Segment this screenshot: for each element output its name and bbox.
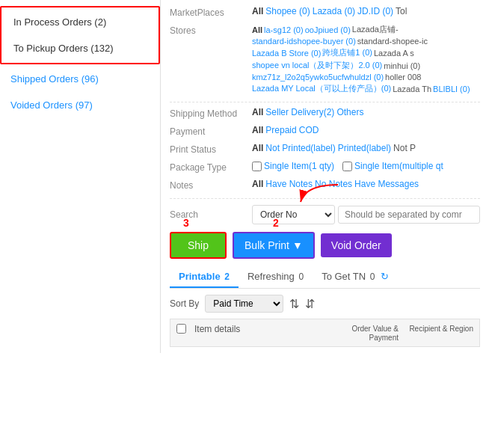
- select-all-checkbox[interactable]: [176, 324, 186, 334]
- sort-select[interactable]: Paid Time Order Date Ship By Date: [205, 295, 283, 313]
- store-lazada-b[interactable]: Lazada B Store (0): [252, 49, 321, 58]
- pkg-single-check[interactable]: [252, 162, 262, 171]
- search-label: Search: [170, 209, 252, 220]
- store-kmz[interactable]: kmz71z_l2o2q5ywko5ucfwhuldzl (0): [252, 73, 384, 82]
- filter-package-type: Package Type Single Item(1 qty) Single I…: [170, 161, 480, 176]
- mp-jdid[interactable]: JD.ID (0): [357, 6, 393, 16]
- ship-all[interactable]: All: [252, 107, 263, 117]
- filter-label-print: Print Status: [170, 143, 252, 155]
- sidebar: In Process Orders (2) To Pickup Orders (…: [0, 0, 161, 353]
- filter-values-print: All Not Printed(label) Printed(label) No…: [252, 143, 480, 153]
- filter-label-marketplaces: MarketPlaces: [170, 6, 252, 18]
- filter-label-notes: Notes: [170, 179, 252, 191]
- pay-cod[interactable]: COD: [299, 125, 319, 135]
- tab-bar: Printable 2 Refreshing 0 To Get TN 0 ↻: [170, 266, 480, 289]
- pay-prepaid[interactable]: Prepaid: [265, 125, 296, 135]
- sidebar-item-in-process[interactable]: In Process Orders (2): [3, 9, 157, 35]
- store-lazada-th[interactable]: Lazada Th: [393, 85, 431, 93]
- pkg-single-label: Single Item(1 qty): [264, 161, 334, 171]
- filter-stores: Stores All la-sg12 (0) ooJpiued (0) Laza…: [170, 24, 480, 97]
- filter-values-marketplaces: All Shopee (0) Lazada (0) JD.ID (0) Tol: [252, 6, 480, 16]
- filter-shipping: Shipping Method All Seller Delivery(2) O…: [170, 107, 480, 122]
- print-not-printed[interactable]: Not Printed(label): [265, 143, 335, 153]
- sort-asc-icon[interactable]: ⇅: [289, 297, 299, 311]
- ship-button[interactable]: Ship: [170, 232, 227, 259]
- store-lazada-a[interactable]: Lazada A s: [374, 49, 414, 58]
- sort-desc-icon[interactable]: ⇵: [305, 297, 315, 311]
- store-lazada-cn[interactable]: Lazada店铺-: [352, 24, 399, 35]
- store-oojpiued[interactable]: ooJpiued (0): [305, 25, 351, 34]
- pay-all[interactable]: All: [252, 125, 263, 135]
- mp-shopee[interactable]: Shopee (0): [265, 6, 310, 16]
- filter-label-stores: Stores: [170, 24, 252, 36]
- filter-values-package: Single Item(1 qty) Single Item(multiple …: [252, 161, 480, 171]
- store-lasg12[interactable]: la-sg12 (0): [264, 25, 304, 34]
- mp-all[interactable]: All: [252, 6, 263, 16]
- store-blibli[interactable]: BLIBLI (0): [433, 85, 470, 93]
- button-row: 3 2 Ship Bulk Print ▼ Void Order: [170, 232, 480, 259]
- tab-refreshing[interactable]: Refreshing 0: [239, 266, 313, 288]
- filter-label-shipping: Shipping Method: [170, 107, 252, 119]
- print-printed[interactable]: Printed(label): [338, 143, 391, 153]
- annotation-2: 2: [273, 217, 279, 229]
- sort-label: Sort By: [170, 298, 199, 309]
- store-standard-shopee[interactable]: standard-shopee-ic: [357, 37, 428, 46]
- void-order-button[interactable]: Void Order: [321, 233, 392, 257]
- tab-to-get-tn[interactable]: To Get TN 0 ↻: [313, 266, 398, 288]
- main-content: MarketPlaces All Shopee (0) Lazada (0) J…: [161, 0, 489, 353]
- th-recipient: Recipient & Region: [399, 324, 473, 342]
- filter-marketplaces: MarketPlaces All Shopee (0) Lazada (0) J…: [170, 6, 480, 21]
- ship-others[interactable]: Others: [336, 107, 363, 117]
- annotation-3: 3: [183, 217, 189, 229]
- sidebar-item-to-pickup[interactable]: To Pickup Orders (132): [3, 35, 157, 61]
- table-header: Item details Order Value & Payment Recip…: [170, 319, 480, 347]
- mp-tol[interactable]: Tol: [396, 6, 407, 16]
- bulk-print-button[interactable]: Bulk Print ▼: [233, 232, 315, 259]
- search-input[interactable]: [338, 206, 480, 224]
- sidebar-item-voided[interactable]: Voided Orders (97): [0, 92, 160, 118]
- filter-print-status: Print Status All Not Printed(label) Prin…: [170, 143, 480, 158]
- ship-seller[interactable]: Seller Delivery(2): [265, 107, 334, 117]
- filter-values-payment: All Prepaid COD: [252, 125, 480, 135]
- search-row: Search Order No SKU P: [170, 205, 480, 224]
- store-shopee-vn[interactable]: shopee vn local（及时下架）2.0 (0): [252, 60, 382, 71]
- store-lazada-my[interactable]: Lazada MY Local（可以上传产品）(0): [252, 83, 391, 94]
- filter-label-package: Package Type: [170, 161, 252, 173]
- th-order-value: Order Value & Payment: [324, 324, 399, 342]
- sort-row: Sort By Paid Time Order Date Ship By Dat…: [170, 295, 480, 313]
- filter-payment: Payment All Prepaid COD: [170, 125, 480, 140]
- sidebar-item-shipped[interactable]: Shipped Orders (96): [0, 66, 160, 92]
- refresh-icon[interactable]: ↻: [381, 271, 389, 282]
- mp-lazada[interactable]: Lazada (0): [313, 6, 355, 16]
- th-item-details: Item details: [194, 324, 324, 342]
- dropdown-arrow-icon: ▼: [292, 239, 303, 251]
- store-all[interactable]: All: [252, 25, 262, 34]
- store-cross[interactable]: 跨境店铺1 (0): [322, 47, 372, 58]
- arrow-annotation: [297, 181, 342, 207]
- store-holler[interactable]: holler 008: [385, 73, 421, 82]
- pkg-multi-label: Single Item(multiple qt: [354, 161, 443, 171]
- filter-values-shipping: All Seller Delivery(2) Others: [252, 107, 480, 117]
- store-standard-id[interactable]: standard-idshopee-buyer (0): [252, 37, 356, 46]
- notes-messages[interactable]: Have Messages: [354, 179, 419, 189]
- tab-printable[interactable]: Printable 2: [170, 266, 239, 288]
- store-minhui[interactable]: minhui (0): [384, 61, 420, 70]
- filter-values-stores: All la-sg12 (0) ooJpiued (0) Lazada店铺- s…: [252, 24, 480, 94]
- print-all[interactable]: All: [252, 143, 263, 153]
- print-not-p[interactable]: Not P: [393, 143, 416, 153]
- filter-values-notes: All Have Notes No Notes Have Messages: [252, 179, 480, 189]
- notes-all[interactable]: All: [252, 179, 263, 189]
- filter-label-payment: Payment: [170, 125, 252, 137]
- pkg-multi-check[interactable]: [342, 162, 352, 171]
